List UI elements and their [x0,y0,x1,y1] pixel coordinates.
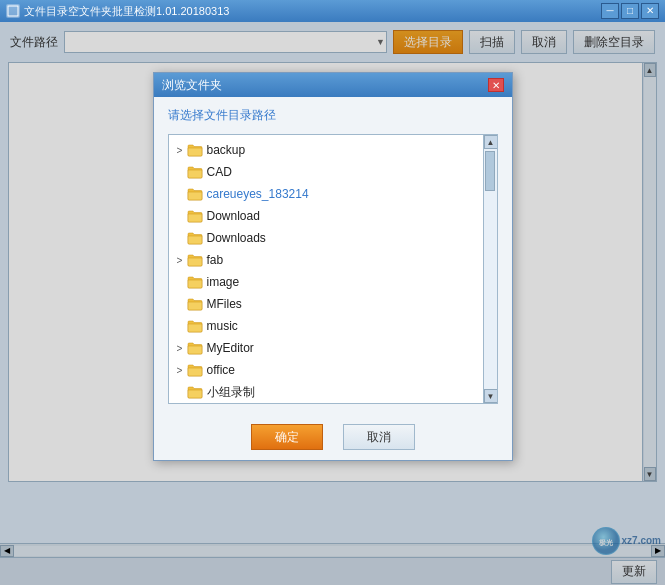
window-title: 文件目录空文件夹批里检测1.01.20180313 [24,4,601,19]
tree-item[interactable]: Download [169,205,483,227]
tree-item[interactable]: > MyEditor [169,337,483,359]
minimize-button[interactable]: ─ [601,3,619,19]
tree-item-label: office [207,363,235,377]
folder-icon [187,275,203,289]
tree-item[interactable]: careueyes_183214 [169,183,483,205]
tree-scroll-track [484,149,497,389]
tree-item[interactable]: CAD [169,161,483,183]
tree-expand-icon: > [173,343,187,354]
tree-item-label: backup [207,143,246,157]
tree-item[interactable]: > fab [169,249,483,271]
tree-item-label: image [207,275,240,289]
dialog-footer: 确定 取消 [154,414,512,460]
folder-icon [187,341,203,355]
dialog-titlebar: 浏览文件夹 ✕ [154,73,512,97]
folder-icon [187,187,203,201]
tree-scroll-thumb [485,151,495,191]
dialog-cancel-button[interactable]: 取消 [343,424,415,450]
dialog-body: 请选择文件目录路径 > backup CAD careueyes_183214 … [154,97,512,414]
browse-folder-dialog: 浏览文件夹 ✕ 请选择文件目录路径 > backup CAD careueyes… [153,72,513,461]
tree-item-label: 小组录制 [207,384,255,401]
tree-scroll-up[interactable]: ▲ [484,135,498,149]
tree-item-label: MFiles [207,297,242,311]
dialog-title: 浏览文件夹 [162,77,488,94]
tree-expand-icon: > [173,365,187,376]
tree-item[interactable]: music [169,315,483,337]
window-controls: ─ □ ✕ [601,3,659,19]
tree-item[interactable]: Downloads [169,227,483,249]
tree-item-label: music [207,319,238,333]
tree-item-label: fab [207,253,224,267]
tree-item-label: careueyes_183214 [207,187,309,201]
modal-overlay: 浏览文件夹 ✕ 请选择文件目录路径 > backup CAD careueyes… [0,22,665,585]
tree-item[interactable]: image [169,271,483,293]
tree-item-label: CAD [207,165,232,179]
folder-icon [187,385,203,399]
folder-icon [187,253,203,267]
tree-expand-icon: > [173,145,187,156]
tree-scrollbar: ▲ ▼ [483,135,497,403]
file-tree: > backup CAD careueyes_183214 Download D… [169,135,483,403]
folder-icon [187,319,203,333]
tree-item-label: MyEditor [207,341,254,355]
maximize-button[interactable]: □ [621,3,639,19]
tree-item[interactable]: > office [169,359,483,381]
dialog-prompt: 请选择文件目录路径 [168,107,498,124]
app-icon [6,4,20,18]
tree-item-label: Downloads [207,231,266,245]
file-tree-container: > backup CAD careueyes_183214 Download D… [168,134,498,404]
tree-item[interactable]: MFiles [169,293,483,315]
folder-icon [187,209,203,223]
title-bar: 文件目录空文件夹批里检测1.01.20180313 ─ □ ✕ [0,0,665,22]
close-button[interactable]: ✕ [641,3,659,19]
dialog-close-button[interactable]: ✕ [488,78,504,92]
tree-scroll-down[interactable]: ▼ [484,389,498,403]
folder-icon [187,143,203,157]
tree-item[interactable]: > backup [169,139,483,161]
dialog-confirm-button[interactable]: 确定 [251,424,323,450]
main-body: 文件路径 ▼ 选择目录 扫描 取消 删除空目录 ▲ ▼ ◀ ▶ 更新 [0,22,665,585]
folder-icon [187,231,203,245]
folder-icon [187,363,203,377]
tree-item-label: Download [207,209,260,223]
folder-icon [187,297,203,311]
tree-expand-icon: > [173,255,187,266]
folder-icon [187,165,203,179]
tree-item[interactable]: 小组录制 [169,381,483,403]
